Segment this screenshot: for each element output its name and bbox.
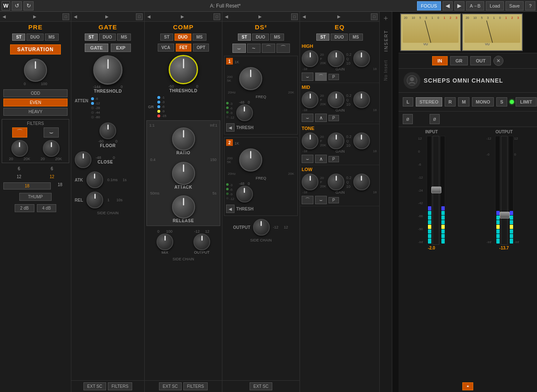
gate-mode-duo[interactable]: DUO <box>99 34 116 41</box>
meter-x-btn[interactable]: ✕ <box>493 56 503 66</box>
comp-type-opt[interactable]: OPT <box>193 44 209 52</box>
comp-next[interactable]: ▶ <box>180 14 185 19</box>
pre-next[interactable]: ▶ <box>32 14 37 19</box>
gate-next[interactable]: ▶ <box>104 14 109 19</box>
pre-saturation-knob[interactable] <box>24 59 47 82</box>
ds2-curve-1[interactable]: ⌣ <box>232 44 246 53</box>
pre-mode-st[interactable]: ST <box>12 34 25 41</box>
eq-prev[interactable]: ◀ <box>302 14 307 19</box>
gate-atk-knob[interactable] <box>86 171 103 188</box>
undo-button[interactable]: ↺ <box>12 1 22 10</box>
meter-out-btn[interactable]: OUT <box>470 56 491 65</box>
comp-mix-knob[interactable] <box>156 234 173 250</box>
ds2-curve-3[interactable]: ⌒ <box>262 44 275 53</box>
ch-stereo-btn[interactable]: STEREO <box>416 97 442 106</box>
ds2-ext-sc[interactable]: EXT SC <box>250 382 272 390</box>
eq-high-gain-knob[interactable] <box>302 50 318 67</box>
ds2-mode-st[interactable]: ST <box>238 34 251 41</box>
comp-expand[interactable]: □ <box>214 13 220 20</box>
eq-high-shape2[interactable]: ⌒ <box>315 73 327 81</box>
comp-threshold-knob[interactable] <box>169 55 198 84</box>
gate-expand[interactable]: □ <box>136 13 143 20</box>
comp-type-vca[interactable]: VCA <box>158 44 174 52</box>
eq-high-q-knob[interactable] <box>353 50 370 67</box>
redo-button[interactable]: ↻ <box>23 1 34 10</box>
comp-output-knob[interactable] <box>193 234 210 250</box>
ds2-expand[interactable]: □ <box>291 13 298 20</box>
filter-lp-knob[interactable] <box>43 140 60 157</box>
saturation-button[interactable]: SATURATION <box>10 44 61 55</box>
eq-mid-p[interactable]: P <box>328 115 339 121</box>
focus-button[interactable]: FOCUS <box>417 1 441 10</box>
gate-type-exp[interactable]: EXP <box>111 44 131 52</box>
ds2-band2-thresh-knob[interactable] <box>236 186 253 202</box>
eq-tone-q-knob[interactable] <box>353 132 370 149</box>
ch-m-btn[interactable]: M <box>458 97 469 106</box>
eq-high-p[interactable]: P <box>328 74 339 80</box>
bottom-db-4[interactable]: 4 dB <box>37 204 57 212</box>
eq-low-q-knob[interactable] <box>353 174 370 190</box>
input-fader-handle[interactable] <box>431 187 441 193</box>
comp-ratio-knob[interactable] <box>172 127 195 151</box>
ds2-output-knob[interactable] <box>253 219 270 236</box>
ds2-band1-freq-knob[interactable] <box>239 67 262 90</box>
load-button[interactable]: Load <box>486 1 503 10</box>
output-fader-handle[interactable] <box>500 212 510 218</box>
eq-mode-ms[interactable]: MS <box>349 34 363 41</box>
eq-high-shape1[interactable]: ⌣ <box>302 73 313 81</box>
ds2-mode-ms[interactable]: MS <box>270 34 284 41</box>
gate-rel-knob[interactable] <box>86 192 103 208</box>
eq-expand[interactable]: □ <box>371 13 378 20</box>
comp-mode-st[interactable]: ST <box>160 34 173 41</box>
save-button[interactable]: Save <box>506 1 524 10</box>
harmonic-heavy[interactable]: HEAVY <box>3 108 68 116</box>
eq-tone-gain-knob[interactable] <box>302 132 318 149</box>
gate-close-knob[interactable] <box>75 151 91 168</box>
filter-lp[interactable]: ⌣ <box>44 127 59 138</box>
ds2-band1-mute[interactable]: ◀ <box>226 123 235 132</box>
ds2-prev[interactable]: ◀ <box>224 14 229 19</box>
comp-ext-sc[interactable]: EXT SC <box>159 382 182 390</box>
ds2-band1-thresh-knob[interactable] <box>236 104 253 121</box>
ds2-curve-4[interactable]: ⌒ <box>276 44 290 53</box>
meter-gr-btn[interactable]: GR <box>450 56 468 65</box>
eq-low-shape2[interactable]: ⌣ <box>315 196 327 204</box>
eq-mode-duo[interactable]: DUO <box>331 34 347 41</box>
eq-next[interactable]: ▶ <box>336 14 341 19</box>
thump-button[interactable]: THUMP <box>19 193 52 201</box>
pre-mode-ms[interactable]: MS <box>45 34 59 41</box>
eq-low-gain-knob[interactable] <box>302 174 318 190</box>
eq-tone-freq-knob[interactable] <box>328 132 344 149</box>
meter-in-btn[interactable]: IN <box>432 56 448 65</box>
pre-expand[interactable]: □ <box>63 13 69 20</box>
gate-filters[interactable]: FILTERS <box>108 382 132 390</box>
gate-mode-ms[interactable]: MS <box>117 34 131 41</box>
eq-high-freq-knob[interactable] <box>328 50 344 67</box>
comp-mode-duo[interactable]: DUO <box>175 34 191 41</box>
ch-mono-btn[interactable]: MONO <box>472 97 494 106</box>
eq-low-shape1[interactable]: ⌒ <box>302 196 313 204</box>
eq-tone-shape2[interactable]: ∧ <box>315 155 327 163</box>
comp-type-fet[interactable]: FET <box>176 44 191 52</box>
ds2-band2-mute[interactable]: ◀ <box>226 205 235 213</box>
eq-mode-st[interactable]: ST <box>316 34 329 41</box>
ds2-next[interactable]: ▶ <box>258 14 263 19</box>
gate-type-gate[interactable]: GATE <box>85 44 108 52</box>
phase-right-btn[interactable]: ø <box>430 114 440 124</box>
eq-mid-shape1[interactable]: ⌣ <box>302 114 313 122</box>
eq-mid-freq-knob[interactable] <box>328 91 344 108</box>
ds2-mode-duo[interactable]: DUO <box>252 34 269 41</box>
filter-hp-knob[interactable] <box>11 140 28 157</box>
gate-mode-st[interactable]: ST <box>85 34 98 41</box>
eq-tone-p[interactable]: P <box>328 156 339 162</box>
harmonic-even[interactable]: EVEN <box>3 99 68 106</box>
input-fader-track[interactable] <box>433 136 439 245</box>
phase-left-btn[interactable]: ø <box>403 114 413 124</box>
pre-prev[interactable]: ◀ <box>2 14 7 19</box>
eq-tone-shape1[interactable]: ⌣ <box>302 155 313 163</box>
gate-ext-sc[interactable]: EXT SC <box>83 382 106 390</box>
insert-plus[interactable]: + <box>383 12 388 26</box>
eq-low-freq-knob[interactable] <box>328 174 344 190</box>
comp-release-knob[interactable] <box>172 195 195 218</box>
ch-r-btn[interactable]: R <box>445 97 456 106</box>
